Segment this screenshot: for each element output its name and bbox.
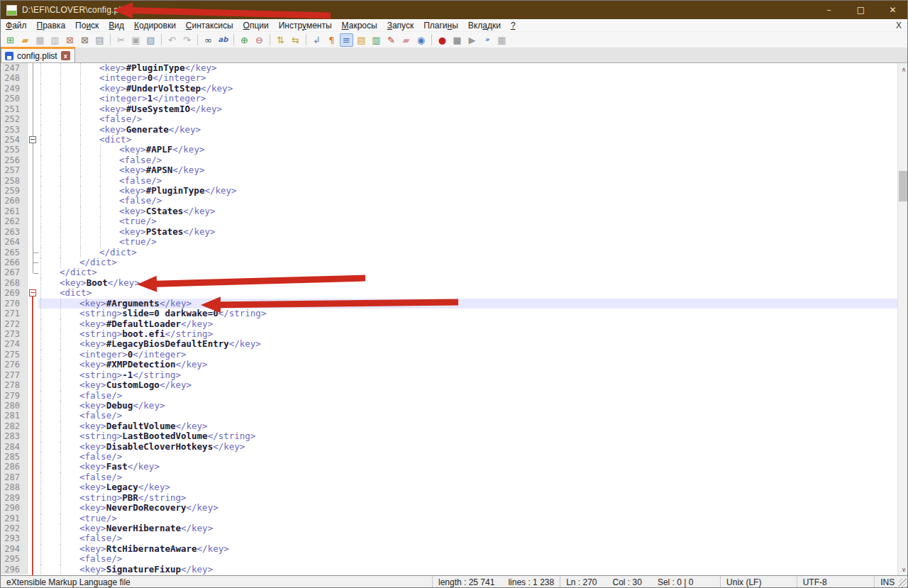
menu-item[interactable]: Кодировки (129, 21, 181, 30)
fold-margin[interactable] (28, 248, 38, 257)
code-text[interactable]: <true/> (38, 514, 897, 523)
code-line[interactable]: 253<key>Generate</key> (1, 125, 897, 135)
code-text[interactable]: <true/> (38, 216, 897, 226)
vertical-scrollbar[interactable]: ∧ ∨ (897, 63, 908, 575)
fold-margin[interactable] (28, 329, 38, 339)
code-text[interactable]: <key>NeverDoRecovery</key> (38, 503, 897, 513)
fold-margin[interactable] (28, 196, 38, 206)
fold-margin[interactable] (28, 227, 38, 237)
menu-item[interactable]: Инструменты (274, 21, 337, 30)
code-line[interactable]: 257<key>#APSN</key> (1, 165, 897, 175)
fold-margin[interactable] (28, 94, 38, 104)
fold-margin[interactable] (28, 391, 38, 401)
cut-icon[interactable]: ✂ (114, 33, 128, 47)
code-line[interactable]: 258<false/> (1, 176, 897, 186)
code-text[interactable]: <dict> (38, 135, 897, 145)
code-line[interactable]: 274<key>#LegacyBiosDefaultEntry</key> (1, 339, 897, 349)
fold-margin[interactable] (28, 299, 38, 309)
code-text[interactable]: <key>DefaultVolume</key> (38, 421, 897, 431)
indent-guide-icon[interactable]: ≡ (340, 33, 353, 47)
fold-margin[interactable] (28, 206, 38, 216)
code-text[interactable]: <key>#APSN</key> (38, 165, 897, 175)
zoom-out-icon[interactable]: ⊖ (253, 33, 266, 47)
minimize-button[interactable]: – (813, 1, 845, 19)
menu-item[interactable]: Плагины (419, 21, 463, 30)
code-line[interactable]: 276<key>#XMPDetection</key> (1, 360, 897, 370)
fold-margin[interactable] (28, 523, 38, 533)
menu-item[interactable]: Файл (1, 21, 32, 30)
code-text[interactable]: <key>#UnderVoltStep</key> (38, 84, 897, 94)
print-icon[interactable]: ▤ (93, 33, 106, 47)
fold-margin[interactable] (28, 278, 38, 288)
fold-margin[interactable] (28, 145, 38, 155)
code-line[interactable]: 290<key>NeverDoRecovery</key> (1, 503, 897, 513)
code-line[interactable]: 285<false/> (1, 452, 897, 462)
code-text[interactable]: <false/> (38, 554, 897, 564)
copy-icon[interactable]: ▣ (129, 33, 143, 47)
fold-margin[interactable] (28, 288, 38, 298)
code-text[interactable]: <false/> (38, 452, 897, 462)
code-line[interactable]: 294<key>RtcHibernateAware</key> (1, 544, 897, 554)
fold-margin[interactable] (28, 267, 38, 277)
code-text[interactable]: <false/> (38, 155, 897, 165)
code-line[interactable]: 296<key>SignatureFixup</key> (1, 565, 897, 575)
show-all-chars-icon[interactable]: ¶ (325, 33, 338, 47)
code-text[interactable]: <string>-1</string> (38, 370, 897, 380)
code-text[interactable]: <false/> (38, 533, 897, 543)
code-line[interactable]: 281<false/> (1, 411, 897, 421)
resize-grip[interactable] (899, 579, 908, 588)
close-all-icon[interactable]: ⊠ (78, 33, 92, 47)
close-doc-icon[interactable]: ⊠ (63, 33, 77, 47)
code-line[interactable]: 295<false/> (1, 554, 897, 564)
code-line[interactable]: 263<key>PStates</key> (1, 227, 897, 237)
fold-margin[interactable] (28, 380, 38, 390)
fold-margin[interactable] (28, 63, 38, 73)
code-text[interactable]: <false/> (38, 114, 897, 124)
code-text[interactable]: <integer>0</integer> (38, 350, 897, 360)
close-button[interactable]: ✕ (877, 1, 908, 19)
status-insert-mode[interactable]: INS (875, 576, 899, 588)
sync-vertical-icon[interactable]: ⇅ (274, 33, 287, 47)
fold-margin[interactable] (28, 257, 38, 267)
code-line[interactable]: 261<key>CStates</key> (1, 206, 897, 216)
save-all-icon[interactable]: ▥ (48, 33, 62, 47)
code-text[interactable]: <key>Generate</key> (38, 125, 897, 135)
code-line[interactable]: 286<key>Fast</key> (1, 462, 897, 472)
fold-margin[interactable] (28, 84, 38, 94)
code-text[interactable]: <string>slide=0 darkwake=0</string> (38, 309, 897, 318)
code-text[interactable]: <key>NeverHibernate</key> (38, 523, 897, 533)
code-text[interactable]: <false/> (38, 176, 897, 186)
code-line[interactable]: 248<integer>0</integer> (1, 73, 897, 83)
folder-workspace-icon[interactable]: ▰ (399, 33, 413, 47)
code-line[interactable]: 287<false/> (1, 472, 897, 482)
zoom-in-icon[interactable]: ⊕ (238, 33, 251, 47)
code-text[interactable]: <key>#Arguments</key> (38, 299, 897, 309)
code-line[interactable]: 271<string>slide=0 darkwake=0</string> (1, 309, 897, 318)
code-text[interactable]: <key>#PluginType</key> (38, 63, 897, 73)
code-text[interactable]: <key>Debug</key> (38, 401, 897, 411)
code-line[interactable]: 259<key>#PluginType</key> (1, 186, 897, 196)
fold-margin[interactable] (28, 431, 38, 441)
code-text[interactable]: <key>Legacy</key> (38, 482, 897, 492)
code-line[interactable]: 247<key>#PluginType</key> (1, 63, 897, 73)
save-icon[interactable]: ▦ (33, 33, 47, 47)
sync-horizontal-icon[interactable]: ⇆ (289, 33, 302, 47)
code-text[interactable]: <true/> (38, 237, 897, 247)
code-line[interactable]: 266</dict> (1, 257, 897, 267)
code-line[interactable]: 277<string>-1</string> (1, 370, 897, 380)
editor-area[interactable]: 247<key>#PluginType</key>248<integer>0</… (1, 63, 908, 575)
fold-margin[interactable] (28, 339, 38, 349)
paste-icon[interactable]: ▧ (144, 33, 157, 47)
code-text[interactable]: <dict> (38, 288, 897, 298)
code-text[interactable]: </dict> (38, 248, 897, 257)
code-line[interactable]: 255<key>#APLF</key> (1, 145, 897, 155)
fold-margin[interactable] (28, 565, 38, 575)
code-text[interactable]: <key>SignatureFixup</key> (38, 565, 897, 575)
tab-close-icon[interactable]: x (61, 51, 70, 60)
code-text[interactable]: <key>#APLF</key> (38, 145, 897, 155)
code-line[interactable]: 280<key>Debug</key> (1, 401, 897, 411)
code-line[interactable]: 282<key>DefaultVolume</key> (1, 421, 897, 431)
code-text[interactable]: <key>#UseSystemIO</key> (38, 104, 897, 114)
fold-margin[interactable] (28, 482, 38, 492)
code-text[interactable]: <key>#XMPDetection</key> (38, 360, 897, 370)
